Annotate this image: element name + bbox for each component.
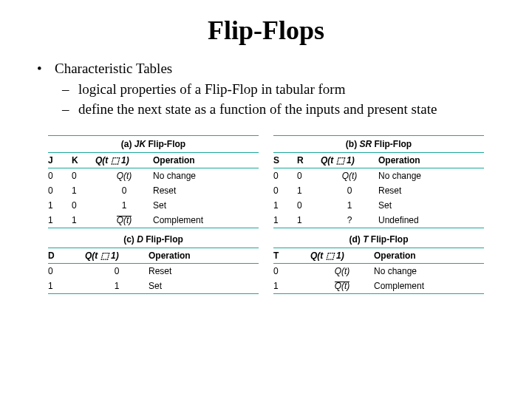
table-cell: 1 [72, 185, 95, 196]
table-cell: 1 [297, 215, 321, 225]
bullet-text: logical properties of a Flip-Flop in tab… [78, 80, 345, 99]
table-header: D Q(t ⬚ 1) Operation [48, 248, 259, 263]
table-cell: No change [374, 266, 484, 276]
bullet-level1: • Characteristic Tables [37, 59, 502, 78]
table-body: 00Q(t)No change010Reset101Set11Q(t)Compl… [48, 168, 259, 228]
table-caption: (b) SR Flip-Flop [273, 136, 484, 152]
table-cell: Undefined [378, 215, 484, 225]
table-row: 00Reset [48, 264, 259, 279]
table-cell: Set [153, 200, 259, 211]
table-row: 1Q(t)Complement [273, 279, 484, 293]
table-cell: Q(t) [310, 266, 374, 276]
table-cell: 0 [48, 171, 72, 181]
table-header: J K Q(t ⬚ 1) Operation [48, 153, 259, 168]
table-cell: Reset [153, 185, 259, 196]
table-cell: 0 [95, 185, 153, 196]
table-row: 11?Undefined [273, 213, 484, 228]
table-body: 00Reset11Set [48, 264, 259, 293]
table-cell: 0 [273, 171, 297, 181]
table-cell: Q(t) [95, 171, 153, 181]
table-row: 11Set [48, 279, 259, 293]
table-row: 0Q(t)No change [273, 264, 484, 279]
bullet-dot-icon: • [37, 59, 55, 78]
bullet-level2: – logical properties of a Flip-Flop in t… [62, 80, 502, 99]
slide-title: Flip-Flops [30, 15, 502, 46]
characteristic-tables: (a) JK Flip-Flop J K Q(t ⬚ 1) Operation … [48, 135, 484, 294]
table-cell: 1 [273, 200, 297, 211]
table-cell: 0 [273, 266, 310, 276]
table-cell: 1 [72, 215, 95, 225]
table-row: 101Set [48, 198, 259, 213]
table-cell: 1 [48, 215, 72, 225]
table-cell: Set [149, 281, 259, 291]
table-cell: No change [153, 171, 259, 181]
table-cell: 0 [85, 266, 149, 276]
table-cell: 0 [48, 185, 72, 196]
table-caption: (d) T Flip-Flop [273, 231, 484, 248]
bullet-text: Characteristic Tables [55, 59, 172, 78]
table-cell: 0 [72, 200, 95, 211]
table-d: (c) D Flip-Flop D Q(t ⬚ 1) Operation 00R… [48, 231, 259, 294]
table-row: 00Q(t)No change [273, 168, 484, 183]
bullet-dash-icon: – [62, 80, 78, 99]
table-cell: Complement [153, 215, 259, 225]
table-cell: Reset [149, 266, 259, 276]
table-cell: 1 [48, 281, 85, 291]
table-cell: 1 [321, 200, 378, 211]
table-header: T Q(t ⬚ 1) Operation [273, 248, 484, 263]
table-cell: ? [321, 215, 378, 225]
table-row: 11Q(t)Complement [48, 213, 259, 228]
table-cell: 1 [95, 200, 153, 211]
table-row: 010Reset [48, 183, 259, 198]
table-body: 00Q(t)No change010Reset101Set11?Undefine… [273, 168, 484, 228]
table-cell: No change [378, 171, 484, 181]
table-header: S R Q(t ⬚ 1) Operation [273, 153, 484, 168]
table-cell: 1 [297, 185, 321, 196]
table-cell: Complement [374, 281, 484, 291]
table-cell: 0 [48, 266, 85, 276]
table-caption: (c) D Flip-Flop [48, 231, 259, 248]
table-cell: Q(t) [310, 281, 374, 291]
table-row: 00Q(t)No change [48, 168, 259, 183]
table-cell: 1 [273, 281, 310, 291]
table-sr: (b) SR Flip-Flop S R Q(t ⬚ 1) Operation … [273, 135, 484, 228]
table-cell: 1 [85, 281, 149, 291]
table-row: 101Set [273, 198, 484, 213]
table-row: 010Reset [273, 183, 484, 198]
table-cell: 0 [297, 200, 321, 211]
bullet-level2: – define the next state as a function of… [62, 100, 502, 119]
table-cell: 0 [72, 171, 95, 181]
table-caption: (a) JK Flip-Flop [48, 136, 259, 152]
table-cell: Q(t) [321, 171, 378, 181]
table-cell: Set [378, 200, 484, 211]
table-cell: 0 [321, 185, 378, 196]
table-cell: Q(t) [95, 215, 153, 225]
table-t: (d) T Flip-Flop T Q(t ⬚ 1) Operation 0Q(… [273, 231, 484, 294]
table-cell: 1 [48, 200, 72, 211]
table-cell: 0 [273, 185, 297, 196]
table-jk: (a) JK Flip-Flop J K Q(t ⬚ 1) Operation … [48, 135, 259, 228]
table-body: 0Q(t)No change1Q(t)Complement [273, 264, 484, 293]
bullet-list: • Characteristic Tables – logical proper… [37, 59, 502, 119]
bullet-dash-icon: – [62, 100, 78, 119]
bullet-text: define the next state as a function of t… [78, 100, 437, 119]
table-cell: Reset [378, 185, 484, 196]
table-cell: 0 [297, 171, 321, 181]
table-cell: 1 [273, 215, 297, 225]
